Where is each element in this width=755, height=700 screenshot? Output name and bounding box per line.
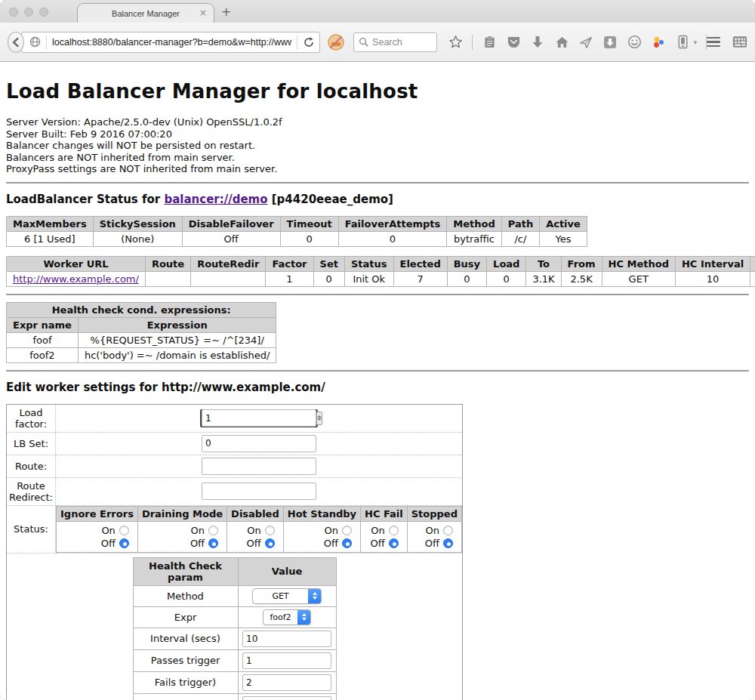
- table-row: 6 [1 Used] (None) Off 0 0 bytraffic /c/ …: [7, 231, 587, 246]
- grid-icon[interactable]: [732, 35, 747, 50]
- download-arrow-icon[interactable]: [530, 35, 545, 50]
- cell-from: 2.5K: [561, 271, 602, 286]
- cell-method: bytraffic: [447, 231, 501, 246]
- dropdown-caret-icon[interactable]: ▾: [693, 39, 697, 46]
- cell-busy: 0: [447, 271, 486, 286]
- url-divider: [297, 35, 297, 49]
- off-label: Off: [371, 538, 385, 549]
- back-icon: [11, 37, 21, 48]
- col-failoverattempts: FailoverAttempts: [338, 216, 447, 231]
- search-placeholder: Search: [372, 37, 402, 48]
- col-elected: Elected: [393, 256, 447, 271]
- load-factor-field[interactable]: [202, 409, 316, 427]
- col-draining-mode: Draining Mode: [137, 506, 226, 521]
- color-dots-icon[interactable]: [651, 35, 666, 50]
- search-input[interactable]: Search: [353, 32, 437, 52]
- lb-set-input[interactable]: [202, 435, 316, 452]
- toolbar-divider: [472, 35, 473, 50]
- divider: [6, 370, 749, 372]
- persist-note: Balancer changes will NOT be persisted o…: [6, 140, 749, 152]
- form-row-status: Status: Ignore Errors Draining Mode Disa…: [7, 505, 463, 553]
- server-built: Server Built: Feb 9 2016 07:00:20: [6, 128, 749, 140]
- clipboard-icon[interactable]: [482, 35, 497, 50]
- globe-icon: [29, 36, 41, 48]
- tab-balancer-manager[interactable]: Balancer Manager ×: [77, 3, 214, 23]
- hc-fails-input[interactable]: [242, 674, 331, 691]
- smiley-icon[interactable]: [627, 35, 642, 50]
- col-timeout: Timeout: [280, 216, 338, 231]
- home-icon[interactable]: [554, 35, 569, 50]
- route-redirect-input[interactable]: [202, 483, 316, 500]
- col-disabled: Disabled: [227, 506, 284, 521]
- window-close-button[interactable]: [9, 8, 18, 17]
- radio-disabled-on[interactable]: [265, 526, 275, 535]
- cell-expr-name: foof2: [7, 347, 79, 362]
- hc-passes-input[interactable]: [242, 652, 331, 669]
- new-tab-button[interactable]: +: [221, 5, 231, 19]
- reload-icon[interactable]: [303, 36, 315, 48]
- hc-interval-input[interactable]: [242, 631, 331, 647]
- cell-hc-interval: 10: [675, 271, 750, 286]
- radio-ignore-errors-off[interactable]: [119, 538, 129, 548]
- col-hc-param: Health Check param: [133, 557, 238, 585]
- url-text[interactable]: localhost:8880/balancer-manager?b=demo&w…: [52, 37, 291, 48]
- worker-url-link[interactable]: http://www.example.com/: [13, 273, 139, 285]
- radio-disabled-off[interactable]: [265, 538, 275, 548]
- tab-close-icon[interactable]: ×: [199, 8, 207, 18]
- navigation-toolbar: localhost:8880/balancer-manager?b=demo&w…: [0, 23, 755, 62]
- col-hc-method: HC Method: [602, 256, 675, 271]
- table-row: http://www.example.com/ 1 0 Init Ok 7 0 …: [7, 271, 755, 286]
- server-version: Server Version: Apache/2.5.0-dev (Unix) …: [6, 116, 749, 128]
- radio-hot-standby-off[interactable]: [342, 538, 352, 548]
- window-minimize-button[interactable]: [24, 8, 33, 17]
- radio-hot-standby-on[interactable]: [342, 526, 352, 535]
- radio-draining-mode-off[interactable]: [208, 538, 218, 548]
- cell-status: Init Ok: [344, 271, 393, 286]
- divider: [6, 182, 749, 183]
- url-divider: [46, 35, 47, 49]
- form-row-route-redirect: Route Redirect:: [7, 477, 463, 505]
- col-worker-url: Worker URL: [7, 256, 146, 271]
- menu-hamburger-icon[interactable]: [707, 37, 720, 48]
- on-label: On: [247, 525, 260, 536]
- blocked-icon[interactable]: [328, 34, 344, 51]
- route-input[interactable]: [202, 458, 316, 475]
- form-row-load-factor: Load factor:: [7, 404, 463, 432]
- form-row-route: Route:: [7, 455, 463, 477]
- radio-draining-mode-on[interactable]: [208, 526, 218, 535]
- expressions-table: Health check cond. expressions: Expr nam…: [6, 302, 276, 363]
- col-set: Set: [313, 256, 344, 271]
- browser-window: Balancer Manager × + localhost:8880/bala…: [0, 0, 755, 700]
- download-square-icon[interactable]: [602, 35, 618, 50]
- col-hc-interval: HC Interval: [675, 256, 750, 271]
- radio-hc-fail-on[interactable]: [389, 526, 399, 535]
- hc-expr-select[interactable]: foof2: [263, 609, 311, 625]
- send-plane-icon[interactable]: [578, 35, 593, 50]
- status-table: Ignore Errors Draining Mode Disabled Hot…: [56, 506, 462, 553]
- radio-stopped-on[interactable]: [443, 526, 453, 535]
- back-button[interactable]: [8, 32, 24, 53]
- bookmark-star-icon[interactable]: [448, 35, 463, 50]
- radio-ignore-errors-on[interactable]: [119, 526, 129, 535]
- window-zoom-button[interactable]: [39, 8, 48, 17]
- off-label: Off: [101, 538, 116, 549]
- hc-uri-input[interactable]: [242, 696, 331, 700]
- url-bar[interactable]: localhost:8880/balancer-manager?b=demo&w…: [21, 32, 320, 53]
- hc-method-select[interactable]: GET: [252, 588, 322, 604]
- col-hc-fail: HC Fail: [361, 506, 408, 521]
- on-label: On: [371, 525, 384, 536]
- radio-hc-fail-off[interactable]: [389, 538, 399, 548]
- form-row-health-check: Health Check param Value Method GET: [7, 553, 463, 700]
- balancer-demo-link[interactable]: balancer://demo: [164, 193, 267, 206]
- radio-stopped-off[interactable]: [443, 538, 453, 548]
- number-spinner-icon[interactable]: [316, 412, 322, 425]
- device-icon[interactable]: [675, 35, 690, 50]
- pocket-icon[interactable]: [506, 35, 521, 50]
- on-label: On: [191, 525, 205, 536]
- cell-elected: 7: [393, 271, 447, 286]
- col-busy: Busy: [447, 256, 486, 271]
- load-factor-input[interactable]: [200, 409, 318, 427]
- route-label: Route:: [7, 455, 56, 477]
- col-from: From: [561, 256, 602, 271]
- proxypass-note: ProxyPass settings are NOT inherited fro…: [6, 163, 749, 175]
